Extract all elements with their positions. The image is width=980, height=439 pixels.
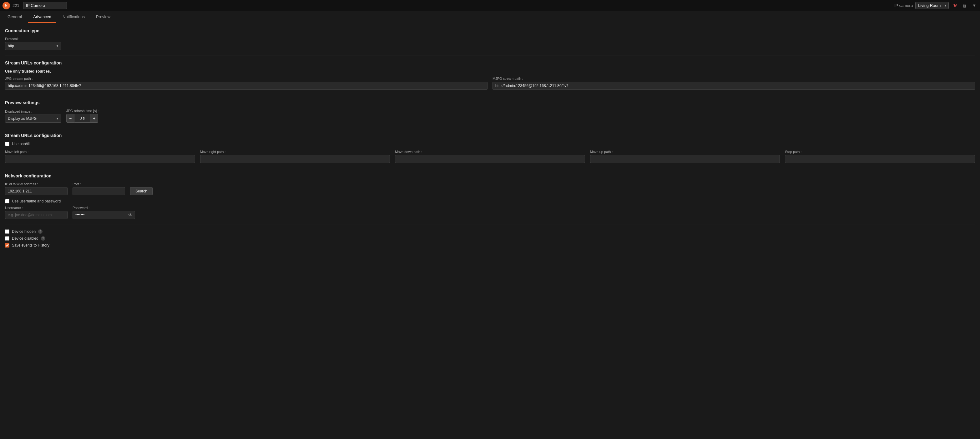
- stream-urls-title: Stream URLs configuration: [5, 61, 975, 65]
- divider-5: [5, 224, 975, 224]
- ip-input[interactable]: [5, 187, 68, 195]
- save-events-row: Save events to History: [5, 243, 975, 247]
- divider-3: [5, 128, 975, 128]
- move-down-input[interactable]: [395, 155, 585, 163]
- stepper-minus-button[interactable]: −: [66, 114, 75, 123]
- network-title: Network configuration: [5, 173, 975, 178]
- device-hidden-checkbox[interactable]: [5, 229, 10, 234]
- jpg-stream-input[interactable]: [5, 81, 487, 90]
- username-input[interactable]: [5, 211, 68, 219]
- move-up-input[interactable]: [590, 155, 780, 163]
- move-down-label: Move down path :: [395, 150, 585, 154]
- use-pan-tilt-label[interactable]: Use pan/tilt: [12, 142, 31, 146]
- device-disabled-label[interactable]: Device disabled: [12, 236, 38, 241]
- move-up-label: Move up path :: [590, 150, 780, 154]
- ip-label: IP or WWW address :: [5, 182, 68, 186]
- use-user-pass-checkbox[interactable]: [5, 199, 10, 203]
- stream-urls-section: Stream URLs configuration Use only trust…: [5, 61, 975, 90]
- jpg-refresh-stepper: − +: [66, 114, 116, 123]
- pan-tilt-paths-row: Move left path : Move right path : Move …: [5, 150, 975, 163]
- password-toggle-button[interactable]: 👁: [128, 212, 133, 217]
- device-options-section: Device hidden ? Device disabled ? Save e…: [5, 229, 975, 247]
- eye-button[interactable]: 👁: [951, 2, 959, 9]
- divider-4: [5, 168, 975, 168]
- device-hidden-row: Device hidden ?: [5, 229, 975, 234]
- jpg-refresh-label: JPG refresh time [s] :: [66, 109, 116, 113]
- move-right-input[interactable]: [200, 155, 390, 163]
- device-type-label: IP camera: [894, 3, 913, 8]
- username-label: Username :: [5, 206, 68, 210]
- mjpg-stream-label: MJPG stream path :: [493, 77, 975, 80]
- divider-2: [5, 95, 975, 95]
- topbar: N 221 IP camera Living Room Bedroom Kitc…: [0, 0, 980, 11]
- displayed-image-select-wrap: Display as MJPG Display as JPG Display a…: [5, 115, 61, 123]
- connection-type-section: Connection type Protocol: http https rts…: [5, 28, 975, 50]
- protocol-select-wrap: http https rtsp: [5, 42, 61, 50]
- pan-tilt-title: Stream URLs configuration: [5, 133, 975, 138]
- location-select[interactable]: Living Room Bedroom Kitchen Office: [915, 2, 949, 9]
- save-events-label[interactable]: Save events to History: [12, 243, 49, 247]
- password-input[interactable]: [73, 211, 135, 219]
- device-hidden-label[interactable]: Device hidden: [12, 229, 36, 234]
- preview-settings-section: Preview settings Displayed image : Displ…: [5, 100, 975, 123]
- delete-button[interactable]: 🗑: [961, 2, 969, 9]
- stepper-value-input[interactable]: [75, 114, 90, 123]
- move-left-label: Move left path :: [5, 150, 195, 154]
- stop-input[interactable]: [785, 155, 975, 163]
- app-logo: N: [3, 2, 10, 10]
- tab-advanced[interactable]: Advanced: [28, 11, 56, 23]
- trusted-sources-note: Use only trusted sources.: [5, 69, 975, 73]
- use-user-pass-label[interactable]: Use username and password: [12, 199, 60, 203]
- use-user-pass-row: Use username and password: [5, 199, 975, 203]
- mjpg-stream-input[interactable]: [493, 81, 975, 90]
- jpg-stream-label: JPG stream path :: [5, 77, 487, 80]
- pan-tilt-section: Stream URLs configuration Use pan/tilt M…: [5, 133, 975, 163]
- chevron-down-button[interactable]: ▼: [971, 3, 977, 8]
- use-pan-tilt-checkbox[interactable]: [5, 142, 10, 146]
- stepper-plus-button[interactable]: +: [90, 114, 98, 123]
- tab-general[interactable]: General: [3, 11, 27, 23]
- move-right-label: Move right path :: [200, 150, 390, 154]
- content-area: Connection type Protocol: http https rts…: [0, 23, 980, 255]
- protocol-label: Protocol:: [5, 37, 61, 41]
- connection-type-title: Connection type: [5, 28, 975, 33]
- preview-settings-title: Preview settings: [5, 100, 975, 105]
- device-disabled-row: Device disabled ?: [5, 236, 975, 241]
- password-wrap: 👁: [73, 211, 135, 219]
- move-left-input[interactable]: [5, 155, 195, 163]
- tab-preview[interactable]: Preview: [91, 11, 115, 23]
- tab-notifications[interactable]: Notifications: [57, 11, 90, 23]
- port-input[interactable]: [73, 187, 125, 195]
- device-number: 221: [13, 3, 19, 8]
- tabs-bar: General Advanced Notifications Preview: [0, 11, 980, 23]
- password-label: Password :: [73, 206, 135, 210]
- device-hidden-help-icon[interactable]: ?: [38, 229, 43, 234]
- displayed-image-label: Displayed image :: [5, 110, 61, 113]
- protocol-select[interactable]: http https rtsp: [5, 42, 61, 50]
- network-section: Network configuration IP or WWW address …: [5, 173, 975, 219]
- device-disabled-checkbox[interactable]: [5, 236, 10, 241]
- device-disabled-help-icon[interactable]: ?: [41, 236, 45, 241]
- displayed-image-select[interactable]: Display as MJPG Display as JPG Display a…: [5, 115, 61, 123]
- location-select-wrap: Living Room Bedroom Kitchen Office: [915, 2, 949, 9]
- device-name-input[interactable]: [23, 2, 67, 9]
- use-pan-tilt-row: Use pan/tilt: [5, 142, 975, 146]
- search-button[interactable]: Search: [130, 187, 153, 195]
- stop-label: Stop path :: [785, 150, 975, 154]
- port-label: Port :: [73, 182, 125, 186]
- save-events-checkbox[interactable]: [5, 243, 10, 247]
